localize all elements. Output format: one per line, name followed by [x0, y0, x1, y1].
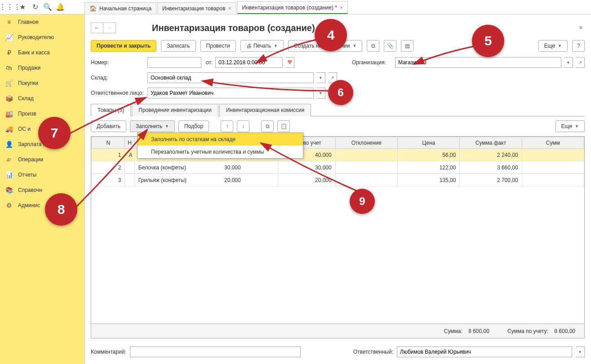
- sum-value: 8 600,00: [468, 328, 489, 334]
- star-icon[interactable]: ★: [16, 1, 29, 13]
- print-button[interactable]: 🖨Печать▼: [240, 40, 284, 52]
- post-button[interactable]: Провести: [200, 40, 236, 52]
- tabs-bar: 🏠 Начальная страница Инвентаризация това…: [84, 0, 591, 14]
- pick-button[interactable]: Подбор: [178, 120, 209, 132]
- ruble-icon: ₽: [5, 49, 13, 56]
- date-label: от:: [206, 59, 213, 66]
- sidebar-item-label: ОС и: [18, 126, 31, 132]
- footer-resp-label: Ответственный:: [353, 349, 393, 355]
- move-down-button[interactable]: ↓: [237, 120, 249, 132]
- warehouse-input[interactable]: [147, 72, 314, 83]
- responsible-label: Ответственное лицо:: [91, 90, 145, 96]
- structure-icon-button[interactable]: ⧉: [367, 40, 379, 52]
- tab-inventory-create[interactable]: Инвентаризация товаров (создание) * ×: [237, 1, 348, 14]
- warehouse-label: Склад:: [91, 75, 145, 81]
- tab-home[interactable]: 🏠 Начальная страница: [84, 2, 156, 14]
- attach-icon-button[interactable]: 📎: [384, 40, 396, 52]
- notes-icon-button[interactable]: ▤: [401, 40, 413, 52]
- main-content: ← → Инвентаризация товаров (создание) * …: [84, 14, 591, 364]
- table-row[interactable]: 3 Грильяж (конфеты) 20,00020,000 135,00 …: [92, 174, 584, 186]
- factory-icon: 🏭: [5, 110, 13, 117]
- nav-back-button[interactable]: ←: [91, 22, 103, 33]
- calendar-button[interactable]: 📅: [285, 57, 294, 68]
- annotation-bubble-5: 5: [472, 25, 504, 57]
- sidebar-item-bank[interactable]: ₽Банк и касса: [0, 45, 84, 60]
- footer-resp-dropdown[interactable]: ▾: [576, 346, 585, 357]
- table-toolbar: Добавить Заполнить▼ Подбор ↑ ↓ ⧉ 📋 Еще▼ …: [91, 116, 585, 136]
- menu-icon: ≡: [5, 18, 13, 26]
- annotation-bubble-9: 9: [350, 189, 375, 214]
- sidebar-item-main[interactable]: ≡Главное: [0, 14, 84, 30]
- bars-icon: 📊: [5, 171, 13, 178]
- refill-quantities-item[interactable]: Перезаполнить учетные количества и суммы: [138, 146, 303, 158]
- warehouse-dropdown-button[interactable]: ▾: [316, 72, 325, 83]
- paste-button[interactable]: 📋: [277, 120, 290, 132]
- sum-acc-value: 8 600,00: [554, 328, 575, 334]
- sidebar-item-purchases[interactable]: 🛒Покупки: [0, 75, 84, 91]
- sidebar-item-label: Отчеты: [18, 172, 36, 178]
- sidebar-item-warehouse[interactable]: 📦Склад: [0, 91, 84, 106]
- nav-forward-button[interactable]: →: [103, 22, 116, 33]
- comment-label: Комментарий:: [91, 349, 126, 355]
- date-input[interactable]: [215, 57, 283, 68]
- page-close-button[interactable]: ×: [577, 22, 585, 34]
- comment-input[interactable]: [130, 346, 301, 357]
- chart-icon: 📈: [5, 34, 13, 41]
- home-icon: 🏠: [89, 5, 97, 12]
- sidebar-item-label: Склад: [18, 95, 34, 102]
- doc-tab-inventory[interactable]: Проведение инвентаризации: [132, 104, 218, 116]
- fill-dropdown-menu: Заполнить по остаткам на складе Перезапо…: [137, 133, 303, 159]
- col-name[interactable]: Н: [125, 137, 134, 149]
- sidebar-item-sales[interactable]: 🛍Продажи: [0, 60, 84, 75]
- annotation-bubble-4: 4: [315, 19, 347, 51]
- close-icon[interactable]: ×: [340, 4, 343, 11]
- sidebar-item-catalogs[interactable]: 📚Справочн: [0, 182, 84, 198]
- close-icon[interactable]: ×: [228, 5, 231, 12]
- save-button[interactable]: Записать: [161, 40, 196, 52]
- col-sum-acc[interactable]: Сумм: [522, 137, 584, 149]
- number-input[interactable]: [147, 57, 201, 68]
- col-sum-fact[interactable]: Сумма факт: [460, 137, 522, 149]
- fill-button[interactable]: Заполнить▼: [130, 120, 175, 132]
- help-button[interactable]: ?: [572, 40, 585, 52]
- sidebar-item-label: Произв: [18, 111, 36, 117]
- table-row[interactable]: 2 Белочка (конфеты) 30,00030,000 122,00 …: [92, 161, 584, 174]
- col-n[interactable]: N: [92, 137, 125, 149]
- sidebar-item-label: Справочн: [18, 187, 42, 193]
- org-dropdown-button[interactable]: ▾: [564, 57, 573, 68]
- person-icon: 👤: [5, 141, 13, 148]
- org-open-button[interactable]: ↗: [576, 57, 585, 68]
- history-icon[interactable]: ↻: [29, 1, 41, 13]
- tab-inventory-list[interactable]: Инвентаризация товаров ×: [157, 2, 236, 14]
- sidebar-item-label: Операции: [18, 156, 43, 163]
- tab-label: Начальная страница: [99, 5, 151, 12]
- post-and-close-button[interactable]: Провести и закрыть: [91, 40, 156, 52]
- search-icon[interactable]: 🔍: [41, 1, 54, 13]
- fill-by-stock-item[interactable]: Заполнить по остаткам на складе: [138, 133, 303, 146]
- totals-row: Сумма: 8 600,00 Сумма по учету: 8 600,00: [91, 324, 585, 338]
- copy-button[interactable]: ⧉: [261, 120, 274, 132]
- doc-tab-goods[interactable]: Товары (3): [91, 104, 131, 116]
- apps-icon[interactable]: ⋮⋮⋮: [4, 1, 16, 13]
- annotation-bubble-7: 7: [38, 117, 71, 149]
- doc-tab-commission[interactable]: Инвентаризационная комиссия: [219, 104, 311, 116]
- footer-resp-input[interactable]: [397, 346, 572, 357]
- sidebar-item-operations[interactable]: ДтОперации: [0, 152, 84, 167]
- box-icon: 📦: [5, 95, 13, 102]
- responsible-input[interactable]: [147, 88, 314, 98]
- doc-tabs: Товары (3) Проведение инвентаризации Инв…: [91, 103, 585, 116]
- org-input[interactable]: [395, 57, 561, 68]
- sidebar-item-manager[interactable]: 📈Руководителю: [0, 30, 84, 45]
- sidebar-item-production[interactable]: 🏭Произв: [0, 106, 84, 121]
- sidebar-item-reports[interactable]: 📊Отчеты: [0, 167, 84, 182]
- col-price[interactable]: Цена: [398, 137, 460, 149]
- number-label: Номер:: [91, 59, 145, 66]
- table-more-button[interactable]: Еще▼: [555, 120, 585, 132]
- add-button[interactable]: Добавить: [91, 120, 126, 132]
- move-up-button[interactable]: ↑: [221, 120, 233, 132]
- bell-icon[interactable]: 🔔: [54, 1, 67, 13]
- responsible-dropdown-button[interactable]: ▾: [316, 88, 325, 98]
- more-button[interactable]: Еще▼: [538, 40, 568, 52]
- col-dev[interactable]: Отклонение: [335, 137, 397, 149]
- sidebar-item-label: Руководителю: [18, 34, 54, 40]
